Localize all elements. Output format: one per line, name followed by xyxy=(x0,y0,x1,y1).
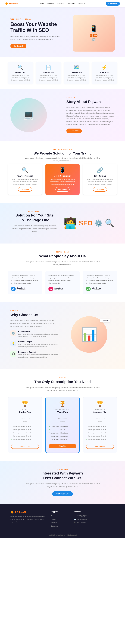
footer-address-title: Address xyxy=(74,511,92,513)
avatar-0: JS xyxy=(11,286,16,291)
nav-services[interactable]: Services xyxy=(57,2,64,4)
testimonials-header: TESTIMONIALS What People Say About Us Lo… xyxy=(8,251,117,266)
solutions-section: SERVICE & SOLUTION We Provide Solution f… xyxy=(0,141,125,203)
avatar-2: MB xyxy=(86,286,91,291)
pricing-plan-type-professional: PROFESSIONAL xyxy=(49,408,76,410)
email-icon: 📧 xyxy=(74,519,76,520)
footer-support-link-3[interactable]: Contact us xyxy=(51,525,58,527)
why-icon-bg-2: 🎧 xyxy=(10,351,16,357)
pricing-cta-business[interactable]: Business Plan xyxy=(86,444,114,449)
footer-support-links: Tracking Support About us Contact us xyxy=(51,514,69,527)
navbar-cta-button[interactable]: Contact us xyxy=(106,2,120,6)
pricing-card-professional: 🏆 PROFESSIONAL Value Plan $49/ month / m… xyxy=(45,397,80,453)
seo-description: Lorem ipsum dolor sit amet, consectetur … xyxy=(10,224,58,233)
solution-desc-1: Lorem ipsum dolor sit amet, consectetur … xyxy=(49,178,76,185)
about-text: ABOUT US Story About Pejwan Lorem ipsum … xyxy=(66,97,115,133)
footer-brand-text: pejwan xyxy=(15,511,26,514)
pricing-section: PRICING The Only Subscription You Need L… xyxy=(0,369,125,461)
pricing-title: The Only Subscription You Need xyxy=(8,380,117,384)
about-section: 💻 ABOUT US Story About Pejwan Lorem ipsu… xyxy=(0,89,125,141)
seo-banner-section: SEO PROCESS Solution For Your Site To Th… xyxy=(0,203,125,244)
solution-cta-2[interactable]: Learn More xyxy=(93,187,107,192)
service-icon-3: ⚡ xyxy=(94,64,115,70)
service-card-1: 📄 One Page SEO Lorem ipsum dolor sit ame… xyxy=(36,62,61,84)
about-icon: 💻 xyxy=(23,110,34,120)
navbar: 🔶 pejwan Home About Us Services Contact … xyxy=(0,0,125,7)
footer-address-1: 📧 contact@pejwan.id xyxy=(74,519,92,520)
footer: 🔶 pejwan Lorem ipsum dolor sit amet, con… xyxy=(0,504,125,538)
solutions-title: We Provide Solution for Your Traffic xyxy=(8,151,117,156)
cta-label: LET'S CONNECT xyxy=(10,468,115,470)
pricing-plan-type-business: BUSINESS xyxy=(86,408,114,410)
footer-support-link-1[interactable]: Support xyxy=(51,518,56,520)
pricing-price-business: $99/ month xyxy=(86,415,114,420)
footer-brand-name: 🔶 pejwan xyxy=(10,511,46,514)
service-card-0: 🔍 Keyword SEO Lorem ipsum dolor sit amet… xyxy=(8,62,33,84)
about-label: ABOUT US xyxy=(66,97,115,98)
pricing-feature-pro-4: ✓Lorem ipsum dolor sit amet xyxy=(49,438,76,441)
testimonial-author-0: JS John Smith CEO Members xyxy=(11,286,39,291)
author-name-2: Mike Brown xyxy=(92,287,101,289)
seo-text-big: SEO xyxy=(79,219,93,227)
nav-contact[interactable]: Contact Us xyxy=(67,2,75,4)
seo-magnifier-icon: 🔍 xyxy=(105,218,115,228)
pricing-card-basic: 🏆 BASIC Starter Plan $29/ month / month … xyxy=(8,397,42,453)
hero-cta-button[interactable]: Get Started! xyxy=(10,44,26,48)
pricing-period-basic: / month xyxy=(11,421,39,422)
logo-icon: 🔶 xyxy=(5,2,8,5)
solution-cta-1[interactable]: Learn More xyxy=(55,187,70,192)
navbar-logo: 🔶 pejwan xyxy=(5,2,18,5)
pricing-period-professional: / month xyxy=(49,421,76,422)
nav-home[interactable]: Home xyxy=(40,2,44,4)
location-icon: 📍 xyxy=(74,514,76,516)
pricing-cta-professional[interactable]: Value Plan xyxy=(49,444,76,448)
service-desc-3: Lorem ipsum dolor sit amet, consectetur … xyxy=(94,74,115,81)
nav-about[interactable]: About Us xyxy=(47,2,54,4)
solution-cta-0[interactable]: Learn More xyxy=(18,187,32,192)
why-item-desc-0: Lorem ipsum dolor sit amet, consectetur … xyxy=(18,333,59,338)
seo-banner-text: SEO PROCESS Solution For Your Site To Th… xyxy=(10,210,58,236)
about-cta-button[interactable]: Learn More xyxy=(66,128,82,133)
footer-support-link-0[interactable]: Tracking xyxy=(51,515,56,517)
testimonial-card-1: Lorem ipsum dolor sit amet, consectetur … xyxy=(45,271,80,294)
testimonial-text-2: Lorem ipsum dolor sit amet, consectetur … xyxy=(86,274,114,284)
footer-description: Lorem ipsum dolor sit amet, consectetur … xyxy=(10,516,46,523)
seo-gear-icon: ⚙️ xyxy=(95,219,103,227)
pricing-header: PRICING The Only Subscription You Need L… xyxy=(8,377,117,392)
why-text: QUALITY Why Choose Us Lorem ipsum dolor … xyxy=(10,310,59,362)
pricing-feature-pro-2: ✓Lorem ipsum dolor sit amet xyxy=(49,432,76,434)
solution-title-2: Link Building xyxy=(86,175,114,177)
why-chart-label: SEO Stats xyxy=(100,319,110,322)
solutions-grid: 🔍 Keyword Research Lorem ipsum dolor sit… xyxy=(8,164,117,195)
footer-address-2: 📞 (021) 2318 4875 xyxy=(74,522,92,523)
pricing-feature-basic-2: ✓Lorem ipsum dolor sit amet xyxy=(11,431,39,434)
footer-support-link-2[interactable]: About us xyxy=(51,522,57,524)
pricing-plan-label-professional: Value Plan xyxy=(49,411,76,414)
pricing-features-business: ✓Lorem ipsum dolor sit amet ✓Lorem ipsum… xyxy=(86,425,114,441)
service-icon-2: 🗺️ xyxy=(66,64,87,70)
solution-icon-2: 🔗 xyxy=(86,167,114,173)
pricing-cta-basic[interactable]: Support Plan xyxy=(11,444,39,449)
why-section: QUALITY Why Choose Us Lorem ipsum dolor … xyxy=(0,302,125,369)
why-item-0: ⚙️ Expert People Lorem ipsum dolor sit a… xyxy=(10,330,59,338)
phone-icon: 📞 xyxy=(74,522,76,523)
pricing-price-professional: $49/ month xyxy=(49,415,76,420)
why-icon-2: 🎧 xyxy=(12,352,15,356)
pricing-label: PRICING xyxy=(8,377,117,378)
why-description: Lorem ipsum dolor sit amet, consectetur … xyxy=(10,319,59,328)
cta-button[interactable]: CONTACT US xyxy=(52,491,73,496)
about-description: Lorem ipsum dolor sit amet, consectetur … xyxy=(66,106,115,126)
pricing-feature-basic-1: ✓Lorem ipsum dolor sit amet xyxy=(11,428,39,431)
pricing-description: Lorem ipsum dolor sit amet, consectetur … xyxy=(23,386,102,392)
solution-title-0: Keyword Research xyxy=(11,175,39,177)
why-label: QUALITY xyxy=(10,310,59,312)
pricing-features-basic: ✓Lorem ipsum dolor sit amet ✓Lorem ipsum… xyxy=(11,425,39,441)
author-name-1: Sarah Jane xyxy=(54,287,63,289)
service-card-3: ⚡ Off Page SEO Lorem ipsum dolor sit ame… xyxy=(92,62,117,84)
service-title-2: Sitemap SEO xyxy=(66,72,87,73)
seo-title: Solution For Your Site To The Page One xyxy=(10,213,58,222)
nav-pages[interactable]: Pages ▾ xyxy=(79,2,85,4)
pricing-feature-biz-4: ✓Lorem ipsum dolor sit amet xyxy=(86,438,114,441)
pricing-feature-basic-3: ✓Lorem ipsum dolor sit amet xyxy=(11,434,39,438)
testimonials-grid: Lorem ipsum dolor sit amet, consectetur … xyxy=(8,271,117,294)
